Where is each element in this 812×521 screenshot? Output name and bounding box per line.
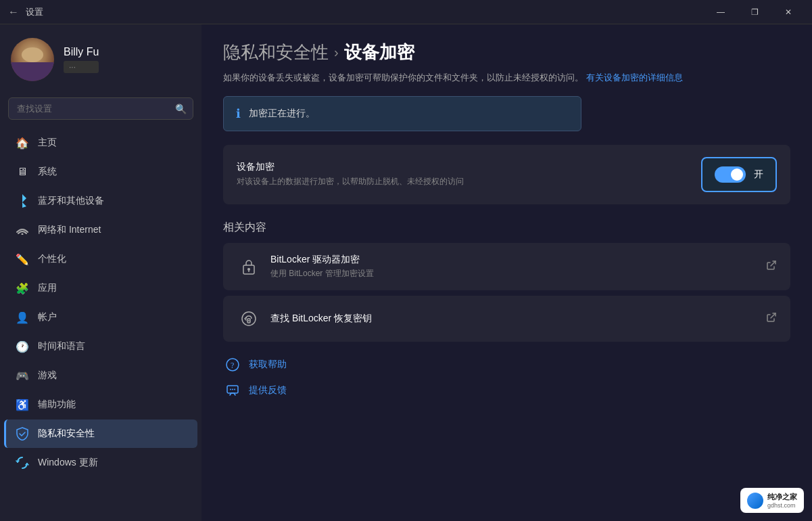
bitlocker-recovery-icon [237, 307, 261, 331]
search-box: 🔍 [8, 97, 193, 120]
sidebar: Billy Fu ··· 🔍 🏠 主页 🖥 系统 [0, 24, 201, 521]
sidebar-item-privacy[interactable]: 隐私和安全性 [4, 420, 197, 448]
maximize-button[interactable]: ❐ [739, 1, 770, 23]
feedback-icon [223, 381, 242, 400]
breadcrumb-separator: › [334, 45, 339, 60]
sidebar-item-label: 游戏 [38, 369, 57, 382]
encryption-section: 设备加密 对该设备上的数据进行加密，以帮助防止脱机、未经授权的访问 开 [223, 145, 790, 204]
bitlocker-item[interactable]: BitLocker 驱动器加密 使用 BitLocker 管理加密设置 [223, 243, 790, 290]
page-header: 隐私和安全性 › 设备加密 如果你的设备丢失或被盗，设备加密可帮助保护你的文件和… [223, 41, 790, 85]
personalize-icon: ✏️ [15, 252, 30, 267]
network-icon [15, 223, 30, 237]
sidebar-item-home[interactable]: 🏠 主页 [4, 129, 197, 157]
bitlocker-recovery-info: 查找 BitLocker 恢复密钥 [270, 313, 757, 325]
svg-text:?: ? [231, 361, 234, 370]
search-input[interactable] [8, 97, 193, 120]
sidebar-item-label: 网络和 Internet [38, 224, 101, 236]
sidebar-item-label: 帐户 [38, 311, 57, 323]
breadcrumb: 隐私和安全性 › 设备加密 [223, 41, 790, 64]
get-help-link[interactable]: ? 获取帮助 [223, 355, 790, 374]
sidebar-item-label: 隐私和安全性 [38, 428, 95, 440]
home-icon: 🏠 [15, 135, 30, 150]
accounts-icon: 👤 [15, 310, 30, 325]
sidebar-item-windows-update[interactable]: Windows 更新 [4, 449, 197, 477]
titlebar-title: 设置 [26, 6, 43, 18]
bitlocker-icon [237, 254, 261, 279]
breadcrumb-current: 设备加密 [344, 41, 414, 64]
nav-list: 🏠 主页 🖥 系统 蓝牙和其他设备 [0, 128, 201, 478]
games-icon: 🎮 [15, 368, 30, 383]
sidebar-item-time[interactable]: 🕐 时间和语言 [4, 332, 197, 361]
watermark: 纯净之家 gdhst.com [740, 488, 804, 513]
sidebar-item-label: 辅助功能 [38, 399, 76, 411]
profile-sub: ··· [64, 61, 99, 73]
external-link-icon-bitlocker [766, 260, 777, 273]
breadcrumb-parent: 隐私和安全性 [223, 41, 329, 64]
toggle-label: 开 [754, 168, 763, 181]
svg-point-12 [234, 388, 235, 390]
device-encryption-toggle[interactable] [715, 166, 746, 183]
titlebar-controls: — ❐ ✕ [705, 1, 804, 23]
titlebar-left: ← 设置 [8, 6, 43, 18]
bluetooth-icon [15, 194, 30, 208]
time-icon: 🕐 [15, 339, 30, 354]
profile-name: Billy Fu [64, 46, 99, 58]
page-description: 如果你的设备丢失或被盗，设备加密可帮助保护你的文件和文件夹，以防止未经授权的访问… [223, 71, 790, 85]
feedback-link[interactable]: 提供反馈 [223, 381, 790, 400]
svg-point-10 [230, 388, 231, 390]
encryption-desc: 对该设备上的数据进行加密，以帮助防止脱机、未经授权的访问 [237, 176, 464, 187]
info-card: ℹ 加密正在进行。 [223, 96, 581, 131]
get-help-label: 获取帮助 [249, 359, 287, 371]
sidebar-item-apps[interactable]: 🧩 应用 [4, 274, 197, 302]
back-button[interactable]: ← [8, 6, 19, 18]
sidebar-item-accessibility[interactable]: ♿ 辅助功能 [4, 390, 197, 419]
sidebar-item-label: 蓝牙和其他设备 [38, 195, 104, 207]
sidebar-item-label: 时间和语言 [38, 340, 85, 353]
sidebar-item-label: 主页 [38, 137, 57, 149]
search-icon: 🔍 [175, 104, 187, 114]
sidebar-item-label: 系统 [38, 166, 57, 178]
encryption-row-info: 设备加密 对该设备上的数据进行加密，以帮助防止脱机、未经授权的访问 [237, 161, 464, 187]
windows-update-icon [15, 455, 30, 470]
sidebar-item-bluetooth[interactable]: 蓝牙和其他设备 [4, 187, 197, 215]
sidebar-item-label: 应用 [38, 282, 57, 294]
sidebar-item-accounts[interactable]: 👤 帐户 [4, 303, 197, 332]
toggle-container[interactable]: 开 [701, 157, 777, 192]
external-link-icon-recovery [766, 312, 777, 325]
accessibility-icon: ♿ [15, 397, 30, 412]
bitlocker-recovery-title: 查找 BitLocker 恢复密钥 [270, 313, 757, 325]
bitlocker-info: BitLocker 驱动器加密 使用 BitLocker 管理加密设置 [270, 254, 757, 279]
sidebar-item-label: 个性化 [38, 253, 66, 265]
more-info-link[interactable]: 有关设备加密的详细信息 [586, 72, 683, 83]
app-body: Billy Fu ··· 🔍 🏠 主页 🖥 系统 [0, 24, 812, 521]
profile-info: Billy Fu ··· [64, 46, 99, 73]
bitlocker-recovery-item[interactable]: 查找 BitLocker 恢复密钥 [223, 296, 790, 342]
profile-section: Billy Fu ··· [0, 24, 201, 92]
info-card-text: 加密正在进行。 [249, 108, 315, 120]
titlebar: ← 设置 — ❐ ✕ [0, 0, 812, 24]
info-circle-icon: ℹ [236, 106, 241, 121]
encryption-title: 设备加密 [237, 161, 464, 173]
sidebar-item-games[interactable]: 🎮 游戏 [4, 361, 197, 390]
privacy-icon [15, 426, 30, 441]
system-icon: 🖥 [15, 164, 30, 179]
watermark-logo [747, 493, 763, 509]
apps-icon: 🧩 [15, 281, 30, 296]
sidebar-item-system[interactable]: 🖥 系统 [4, 158, 197, 186]
footer-links: ? 获取帮助 提供反馈 [223, 355, 790, 400]
svg-point-2 [247, 268, 250, 271]
svg-point-0 [22, 233, 24, 235]
avatar [11, 38, 54, 81]
bitlocker-title: BitLocker 驱动器加密 [270, 254, 757, 266]
close-button[interactable]: ✕ [773, 1, 804, 23]
svg-point-11 [232, 388, 233, 390]
sidebar-item-network[interactable]: 网络和 Internet [4, 216, 197, 244]
related-section-title: 相关内容 [223, 221, 790, 235]
sidebar-item-personalize[interactable]: ✏️ 个性化 [4, 245, 197, 273]
minimize-button[interactable]: — [705, 1, 736, 23]
feedback-label: 提供反馈 [249, 384, 287, 397]
main-content: 隐私和安全性 › 设备加密 如果你的设备丢失或被盗，设备加密可帮助保护你的文件和… [201, 24, 812, 521]
watermark-text: 纯净之家 gdhst.com [767, 492, 797, 509]
toggle-thumb [731, 168, 743, 181]
encryption-row: 设备加密 对该设备上的数据进行加密，以帮助防止脱机、未经授权的访问 开 [223, 145, 790, 204]
